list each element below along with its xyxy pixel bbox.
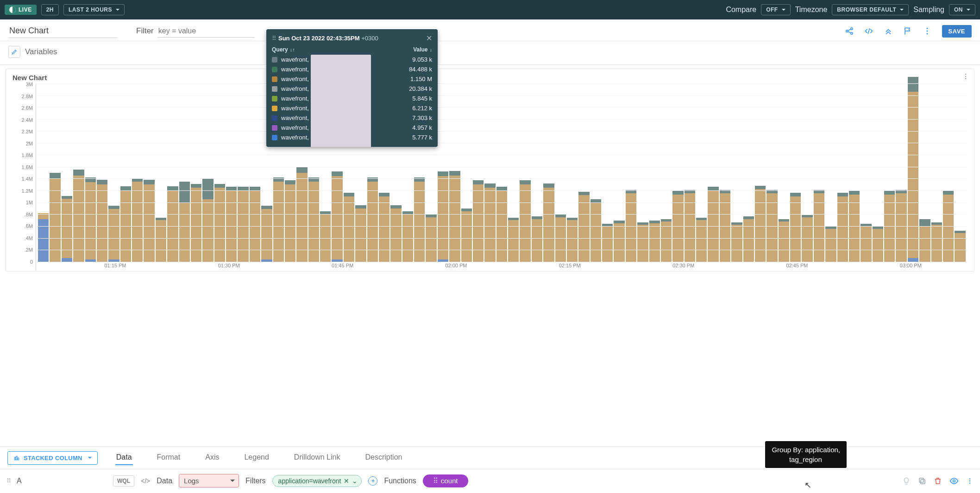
tooltip-row-value: 5.845 k [400,95,432,102]
bar[interactable] [908,77,918,262]
chart-plot[interactable]: 3M2.8M2.6M2.4M2.2M2M1.8M1.6M1.4M1.2M1M.8… [13,83,967,271]
tooltip-body: wavefront,9.053 kwavefront,84.488 kwavef… [266,55,438,147]
color-swatch [272,76,277,82]
flag-icon[interactable] [903,26,912,36]
bar[interactable] [508,218,519,262]
color-swatch [272,125,277,131]
sort-icon[interactable]: ↓↑ [290,47,295,52]
share-icon[interactable] [845,26,854,36]
filter-input[interactable] [157,25,255,38]
color-swatch [272,115,277,121]
bar[interactable] [320,211,331,262]
bar[interactable] [379,193,389,262]
bar[interactable] [120,186,131,262]
color-swatch [272,135,277,140]
code-icon[interactable] [864,26,873,36]
tooltip-row-value: 84.488 k [400,66,432,73]
bar[interactable] [755,186,766,262]
live-icon [9,6,16,13]
svg-point-7 [965,76,966,77]
collapse-up-icon[interactable] [884,26,893,36]
bar[interactable] [637,222,648,262]
bar[interactable] [167,186,178,262]
bar[interactable] [73,170,84,262]
bar[interactable] [567,218,578,262]
chart-title: New Chart [13,74,967,82]
bar[interactable] [873,227,883,262]
more-icon[interactable] [923,26,932,36]
svg-point-5 [926,33,928,34]
range-dropdown[interactable]: LAST 2 HOURS [63,4,125,15]
bar[interactable] [825,227,836,262]
tooltip-row-value: 6.212 k [400,105,432,112]
bar[interactable] [602,224,613,262]
drag-handle-icon[interactable]: ⠿ [272,35,276,42]
bar[interactable] [438,171,448,262]
bar[interactable] [332,171,342,262]
bar[interactable] [861,224,871,262]
edit-variables-button[interactable] [8,46,20,58]
bar[interactable] [132,178,143,262]
bar[interactable] [344,193,354,262]
bar[interactable] [931,222,942,262]
live-button[interactable]: LIVE [5,5,37,15]
bar[interactable] [708,187,718,262]
bar[interactable] [591,199,601,262]
bar[interactable] [614,221,624,262]
sampling-dropdown[interactable]: ON [949,4,975,15]
variables-row: Variables [0,41,980,65]
plot-area[interactable]: 01:15 PM01:30 PM01:45 PM02:00 PM02:15 PM… [36,83,967,271]
save-button[interactable]: SAVE [942,25,972,38]
bar[interactable] [779,219,789,262]
chart-name-input[interactable] [8,24,118,38]
bar[interactable] [238,187,248,262]
chart-card: New Chart 3M2.8M2.6M2.4M2.2M2M1.8M1.6M1.… [6,69,974,272]
bar[interactable] [202,178,213,262]
bar[interactable] [837,193,848,262]
color-swatch [272,106,277,111]
bar[interactable] [402,211,413,262]
bar[interactable] [62,196,72,262]
bar[interactable] [696,218,707,262]
color-swatch [272,67,277,72]
bar[interactable] [661,219,672,262]
chart-menu-icon[interactable] [962,73,969,80]
tooltip-columns: Query↓↑ Value↓ [266,45,438,55]
bar[interactable] [461,209,472,262]
compare-dropdown[interactable]: OFF [761,4,791,15]
color-swatch [272,96,277,101]
timezone-dropdown[interactable]: BROWSER DEFAULT [832,4,909,15]
bar[interactable] [790,193,801,262]
bar[interactable] [731,222,742,262]
y-axis: 3M2.8M2.6M2.4M2.2M2M1.8M1.6M1.4M1.2M1M.8… [13,83,36,271]
bar[interactable] [50,173,60,262]
compare-label: Compare [726,6,756,14]
bar[interactable] [38,213,49,262]
timezone-label: Timezone [795,6,828,14]
bar[interactable] [955,231,965,262]
tooltip-redaction [311,55,371,147]
bar[interactable] [532,216,542,262]
bar[interactable] [919,219,930,262]
bar[interactable] [743,216,754,262]
bar[interactable] [449,171,460,262]
tooltip-row-value: 1.150 M [400,76,432,82]
color-swatch [272,57,277,63]
bar[interactable] [496,187,507,262]
bar[interactable] [156,218,166,262]
svg-point-6 [965,74,966,75]
tooltip-row-value: 4.957 k [400,124,432,131]
tooltip-timestamp: Sun Oct 23 2022 02:43:35PM +0300 [278,35,378,42]
color-swatch [272,86,277,92]
bar[interactable] [250,187,260,262]
bar[interactable] [226,187,237,262]
close-icon[interactable]: ✕ [426,34,432,43]
sort-desc-icon[interactable]: ↓ [430,47,433,52]
chart-tooltip[interactable]: ⠿ Sun Oct 23 2022 02:43:35PM +0300 ✕ Que… [266,29,438,147]
tooltip-row-value: 9.053 k [400,56,432,63]
svg-point-4 [926,31,928,32]
tooltip-row-value: 20.384 k [400,85,432,92]
bar[interactable] [649,221,660,262]
range-2h-button[interactable]: 2H [41,4,59,15]
x-axis: 01:15 PM01:30 PM01:45 PM02:00 PM02:15 PM… [36,263,967,271]
